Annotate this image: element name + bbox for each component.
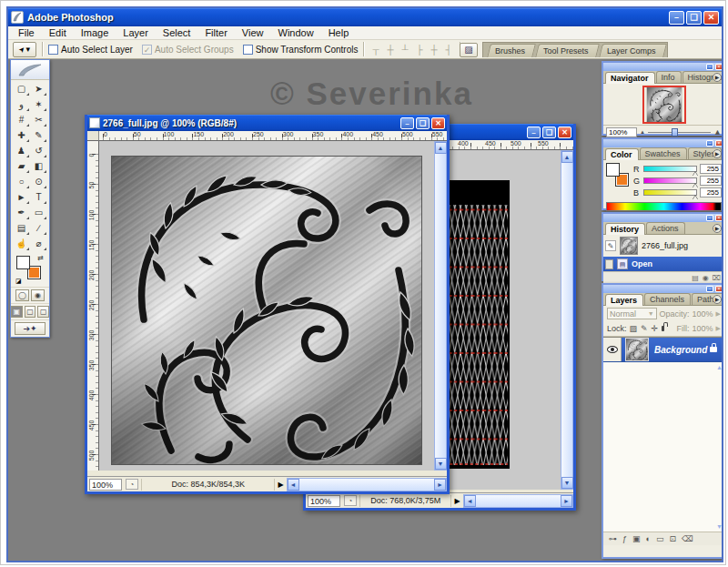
tab-color[interactable]: Color <box>605 148 639 160</box>
rectangular-marquee-tool[interactable]: ▢ <box>13 81 30 96</box>
lock-transparency-icon[interactable]: ▨ <box>630 324 638 333</box>
tab-layers[interactable]: Layers <box>605 294 643 306</box>
front-doc-maximize-button[interactable]: ❑ <box>416 117 430 129</box>
zoom-tool[interactable]: ⌀ <box>30 236 47 251</box>
scroll-down-icon[interactable]: ▼ <box>716 523 722 530</box>
tab-swatches[interactable]: Swatches <box>640 147 687 159</box>
status-popup-arrow-icon[interactable]: ▶ <box>278 481 283 489</box>
checkbox-auto-select-layer[interactable]: Auto Select Layer <box>48 45 133 55</box>
well-tab-brushes[interactable]: Brushes <box>487 44 536 57</box>
clone-stamp-tool[interactable]: ♟ <box>13 143 30 158</box>
history-state-row-selected[interactable]: ▤ Open <box>603 257 722 271</box>
edit-in-imageready-button[interactable]: ➔✦ <box>15 322 46 335</box>
eyedropper-tool[interactable]: ∕ <box>30 220 47 236</box>
move-tool[interactable]: ➤ <box>30 81 47 96</box>
scroll-down-icon[interactable]: ▼ <box>435 458 447 470</box>
channel-slider-b[interactable] <box>643 189 697 196</box>
panel-minimize-icon[interactable]: – <box>706 140 713 147</box>
checkbox-box[interactable] <box>243 45 253 55</box>
document-window-front[interactable]: 2766_full.jpg @ 100% (RGB/8#) – ❑ ✕ 0501… <box>85 115 450 494</box>
eye-icon[interactable] <box>607 346 618 353</box>
blend-mode-select[interactable]: Normal ▼ <box>607 308 657 319</box>
channel-value-field[interactable]: 255 <box>700 164 722 174</box>
notes-tool[interactable]: ▤ <box>13 220 30 236</box>
crop-tool[interactable]: # <box>13 112 30 127</box>
app-titlebar[interactable]: Adobe Photoshop – ❑ ✕ <box>8 8 722 26</box>
scroll-up-icon[interactable]: ▲ <box>716 364 722 370</box>
front-doc-zoom-field[interactable]: 100% <box>89 479 122 491</box>
panel-titlestrip[interactable]: – × <box>603 63 722 71</box>
opacity-popup-icon[interactable]: ▶ <box>716 310 721 318</box>
well-tab-tool-presets[interactable]: Tool Presets <box>535 44 599 57</box>
menu-edit[interactable]: Edit <box>43 27 73 38</box>
panel-close-icon[interactable]: × <box>715 140 722 147</box>
checkbox-show-transform-controls[interactable]: Show Transform Controls <box>243 45 359 55</box>
scroll-left-icon[interactable]: ◄ <box>288 479 299 491</box>
front-doc-vertical-scrollbar[interactable]: ▲ ▼ <box>434 141 447 471</box>
channel-value-field[interactable]: 255 <box>700 176 722 186</box>
foreground-color-swatch[interactable] <box>16 256 30 269</box>
switch-colors-icon[interactable]: ⇄ <box>37 254 44 262</box>
lock-all-icon[interactable] <box>662 326 663 331</box>
quick-mask-mode-button[interactable]: ◉ <box>31 289 45 301</box>
menu-layer[interactable]: Layer <box>116 27 155 38</box>
slice-tool[interactable]: ✂ <box>30 112 47 127</box>
layer-visibility-cell[interactable] <box>603 338 622 361</box>
scroll-up-icon[interactable]: ▲ <box>435 142 447 154</box>
scroll-down-icon[interactable]: ▼ <box>561 477 573 489</box>
front-doc-horizontal-scrollbar[interactable]: ◄ ► <box>287 478 447 491</box>
file-browser-icon[interactable]: ▨ <box>460 43 478 57</box>
dodge-tool[interactable]: ⊙ <box>30 174 47 189</box>
scroll-right-icon[interactable]: ► <box>561 495 572 507</box>
tab-channels[interactable]: Channels <box>644 293 691 305</box>
slider-thumb[interactable] <box>693 196 698 200</box>
history-brush-source-icon[interactable]: ✎ <box>605 240 616 251</box>
navigator-preview[interactable] <box>603 84 722 125</box>
scroll-up-icon[interactable]: ▲ <box>561 151 573 163</box>
restore-button[interactable]: ❑ <box>686 11 702 25</box>
panel-menu-icon[interactable]: ▶ <box>713 295 722 304</box>
well-tab-layer-comps[interactable]: Layer Comps <box>599 44 666 57</box>
gradient-tool[interactable]: ◧ <box>30 158 47 174</box>
magic-wand-tool[interactable]: ✶ <box>30 96 47 112</box>
standard-screen-mode-button[interactable]: ▣ <box>11 306 23 318</box>
align-bottom-edges-icon[interactable]: ┴ <box>399 45 410 55</box>
eraser-tool[interactable]: ▰ <box>13 158 30 174</box>
front-doc-canvas[interactable] <box>99 141 434 471</box>
menu-view[interactable]: View <box>236 27 270 38</box>
scroll-right-icon[interactable]: ► <box>434 479 446 491</box>
panel-minimize-icon[interactable]: – <box>706 215 713 221</box>
panel-titlestrip[interactable]: – × <box>603 214 722 222</box>
fullscreen-menubar-mode-button[interactable]: ▢ <box>25 306 36 318</box>
history-state-slider-icon[interactable] <box>605 259 613 269</box>
align-right-edges-icon[interactable]: ┤ <box>442 45 454 55</box>
lasso-tool[interactable]: و <box>13 96 30 112</box>
status-popup-arrow-icon[interactable]: ▶ <box>454 497 460 505</box>
channel-slider-r[interactable] <box>643 166 697 172</box>
align-left-edges-icon[interactable]: ├ <box>413 45 425 55</box>
menu-filter[interactable]: Filter <box>198 27 233 38</box>
hand-tool[interactable]: ☝ <box>13 236 30 251</box>
history-brush-tool[interactable]: ↺ <box>30 143 47 158</box>
front-doc-titlebar[interactable]: 2766_full.jpg @ 100% (RGB/8#) – ❑ ✕ <box>87 115 447 131</box>
brush-tool[interactable]: ✎ <box>30 127 47 143</box>
color-spectrum-ramp[interactable] <box>606 202 722 211</box>
back-doc-zoom-field[interactable]: 100% <box>308 495 340 507</box>
fill-popup-icon[interactable]: ▶ <box>716 325 721 332</box>
navigator-thumbnail[interactable] <box>642 86 686 124</box>
slider-thumb[interactable] <box>693 172 698 177</box>
menu-image[interactable]: Image <box>75 27 116 38</box>
panel-menu-icon[interactable]: ▶ <box>713 73 722 82</box>
panel-titlestrip[interactable]: – × <box>603 139 722 147</box>
navigator-zoom-field[interactable]: 100% <box>606 127 637 137</box>
front-doc-minimize-button[interactable]: – <box>400 117 414 129</box>
scroll-left-icon[interactable]: ◄ <box>464 495 476 507</box>
front-doc-close-button[interactable]: ✕ <box>431 117 445 129</box>
new-layer-icon[interactable]: ⊡ <box>669 534 676 543</box>
healing-brush-tool[interactable]: ✚ <box>13 127 30 143</box>
channel-slider-g[interactable] <box>643 177 697 184</box>
opacity-value[interactable]: 100% <box>693 309 713 319</box>
tab-actions[interactable]: Actions <box>646 222 685 234</box>
zoom-in-icon[interactable]: ▲ <box>713 127 722 137</box>
back-doc-horizontal-scrollbar[interactable]: ◄ ► <box>463 494 573 508</box>
